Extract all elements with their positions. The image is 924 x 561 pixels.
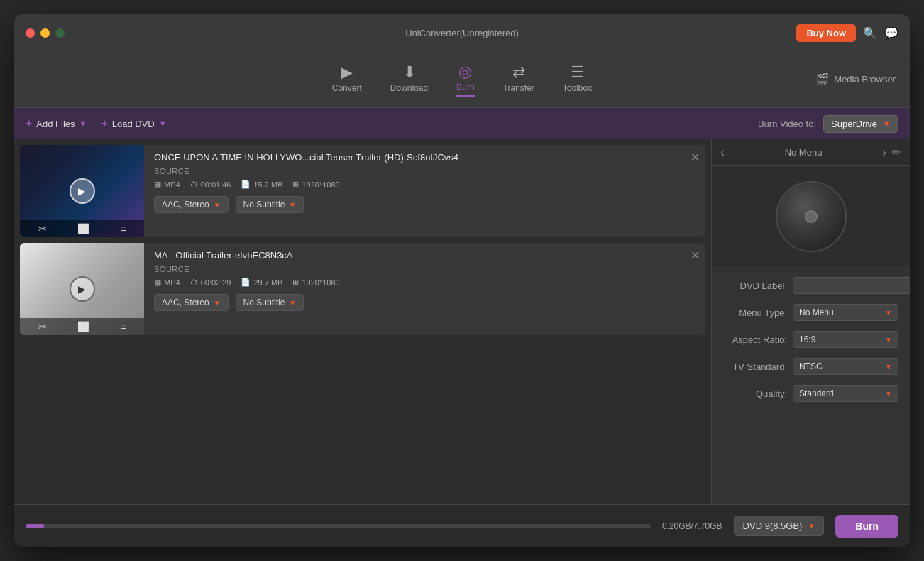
menu-type-value: No Menu (799, 307, 834, 317)
dvd-size-chevron: ▼ (808, 522, 815, 530)
progress-bar-fill (26, 524, 44, 528)
tv-standard-label: TV Standard: (723, 361, 787, 372)
burn-to-label: Burn Video to: (758, 119, 816, 129)
file-icon-1: 📄 (241, 180, 251, 189)
file-controls-1: AAC, Stereo ▼ No Subtitle ▼ (154, 196, 695, 213)
resolution-meta-1: ⊞ 1920*1080 (292, 180, 339, 189)
thumbnail-controls-1: ✂ ⬜ ≡ (20, 220, 144, 237)
title-bar-actions: Buy Now 🔍 💬 (796, 24, 898, 42)
clock-icon-1: ⏱ (190, 180, 198, 189)
cut-icon[interactable]: ✂ (38, 223, 47, 234)
load-dvd-plus-icon: + (101, 117, 107, 130)
tv-standard-row: TV Standard: NTSC ▼ (723, 358, 898, 375)
menu-type-label: Menu Type: (723, 307, 787, 318)
nav-burn[interactable]: ◎ Burn (456, 64, 474, 97)
subtitle-chevron-icon-1: ▼ (289, 201, 296, 209)
quality-row: Quality: Standard ▼ (723, 385, 898, 402)
size-value-1: 15.2 MB (253, 180, 282, 189)
source-meta-1: ▦ MP4 ⏱ 00:01:46 📄 15.2 MB (154, 180, 695, 189)
dvd-disc (776, 181, 847, 252)
nav-burn-label: Burn (456, 82, 474, 92)
play-button-1[interactable]: ▶ (70, 178, 95, 204)
superdrive-value: SuperDrive (831, 119, 877, 129)
size-value-2: 29.7 MB (253, 278, 282, 287)
nav-convert[interactable]: ▶ Convert (332, 65, 362, 93)
resolution-value-2: 1920*1080 (302, 278, 339, 287)
maximize-button[interactable] (55, 28, 65, 38)
main-content: ▶ ✂ ⬜ ≡ ONCE UPON A TIME IN HOLLYWO...ci… (14, 139, 910, 504)
close-file-1[interactable]: ✕ (691, 151, 700, 164)
bottom-bar: 0.20GB/7.70GB DVD 9(8.5GB) ▼ Burn (14, 504, 910, 547)
file-item: ▶ ✂ ⬜ ≡ ONCE UPON A TIME IN HOLLYWO...ci… (20, 145, 705, 237)
dvd-size-select[interactable]: DVD 9(8.5GB) ▼ (734, 516, 825, 536)
dvd-edit-icon[interactable]: ✏ (892, 146, 901, 159)
search-icon[interactable]: 🔍 (863, 26, 877, 40)
right-panel: ‹ No Menu › ✏ DVD Label: (711, 139, 910, 504)
toolbar: + Add Files ▼ + Load DVD ▼ Burn Video to… (14, 108, 910, 139)
tv-standard-select[interactable]: NTSC ▼ (793, 358, 898, 375)
settings-icon-2[interactable]: ≡ (120, 321, 126, 332)
dvd-disc-area (712, 166, 910, 267)
file-title-1: ONCE UPON A TIME IN HOLLYWO...cial Tease… (154, 152, 695, 163)
format-icon-2: ▦ (154, 278, 161, 287)
subtitle-select-1[interactable]: No Subtitle ▼ (236, 196, 304, 213)
dvd-preview: ‹ No Menu › ✏ (712, 139, 910, 267)
add-files-chevron-icon[interactable]: ▼ (79, 119, 87, 128)
audio-select-2[interactable]: AAC, Stereo ▼ (154, 294, 229, 311)
format-icon-1: ▦ (154, 180, 161, 189)
convert-icon: ▶ (341, 65, 353, 80)
add-files-button[interactable]: + Add Files ▼ (26, 117, 87, 130)
duration-meta-2: ⏱ 00:02:29 (190, 278, 231, 287)
play-button-2[interactable]: ▶ (70, 276, 95, 302)
dvd-center (805, 210, 818, 223)
format-value-2: MP4 (164, 278, 180, 287)
left-panel: ▶ ✂ ⬜ ≡ ONCE UPON A TIME IN HOLLYWO...ci… (14, 139, 711, 504)
nav-download[interactable]: ⬇ Download (390, 65, 428, 93)
buy-now-button[interactable]: Buy Now (796, 24, 856, 42)
audio-chevron-icon-2: ▼ (214, 299, 221, 307)
subtitle-select-2[interactable]: No Subtitle ▼ (236, 294, 304, 311)
message-icon[interactable]: 💬 (884, 26, 898, 40)
format-meta-1: ▦ MP4 (154, 180, 180, 189)
close-file-2[interactable]: ✕ (691, 249, 700, 262)
dvd-label-input[interactable] (793, 277, 910, 294)
subtitle-value-1: No Subtitle (243, 200, 285, 209)
nav-toolbox[interactable]: ☰ Toolbox (563, 65, 592, 93)
file-item-2: ▶ ✂ ⬜ ≡ MA - Official Trailer-eIvbEC8N3c… (20, 243, 705, 335)
resolution-meta-2: ⊞ 1920*1080 (292, 278, 339, 287)
size-meta-1: 📄 15.2 MB (241, 180, 282, 189)
resolution-icon-1: ⊞ (292, 180, 299, 189)
menu-type-select[interactable]: No Menu ▼ (793, 304, 898, 321)
quality-select[interactable]: Standard ▼ (793, 385, 898, 402)
dvd-prev-button[interactable]: ‹ (720, 145, 725, 160)
dvd-label-row: DVD Label: (723, 277, 898, 294)
cut-icon-2[interactable]: ✂ (38, 321, 47, 332)
close-button[interactable] (26, 28, 35, 38)
minimize-button[interactable] (40, 28, 50, 38)
nav-convert-label: Convert (332, 83, 362, 93)
load-dvd-button[interactable]: + Load DVD ▼ (101, 117, 166, 130)
file-thumbnail-1: ▶ ✂ ⬜ ≡ (20, 145, 144, 237)
crop-icon[interactable]: ⬜ (77, 223, 89, 234)
tv-standard-chevron: ▼ (885, 363, 892, 371)
settings-icon[interactable]: ≡ (120, 223, 126, 234)
add-files-label: Add Files (36, 119, 75, 129)
superdrive-select[interactable]: SuperDrive ▼ (823, 115, 898, 133)
aspect-ratio-select[interactable]: 16:9 ▼ (793, 331, 898, 348)
nav-bar: ▶ Convert ⬇ Download ◎ Burn ⇄ Transfer ☰… (14, 51, 910, 108)
load-dvd-chevron-icon[interactable]: ▼ (159, 119, 167, 128)
media-browser-button[interactable]: 🎬 Media Browser (815, 72, 896, 86)
quality-value: Standard (799, 388, 834, 398)
storage-label: 0.20GB/7.70GB (662, 521, 722, 531)
dvd-settings: DVD Label: Menu Type: No Menu ▼ Aspect R… (712, 267, 910, 504)
nav-transfer[interactable]: ⇄ Transfer (503, 65, 534, 93)
file-icon-2: 📄 (241, 278, 251, 287)
menu-type-row: Menu Type: No Menu ▼ (723, 304, 898, 321)
burn-button[interactable]: Burn (835, 515, 898, 538)
audio-select-1[interactable]: AAC, Stereo ▼ (154, 196, 229, 213)
size-meta-2: 📄 29.7 MB (241, 278, 282, 287)
crop-icon-2[interactable]: ⬜ (77, 321, 89, 332)
dvd-next-button[interactable]: › (882, 145, 886, 160)
aspect-ratio-label: Aspect Ratio: (723, 334, 787, 345)
dvd-nav-label: No Menu (785, 147, 823, 158)
